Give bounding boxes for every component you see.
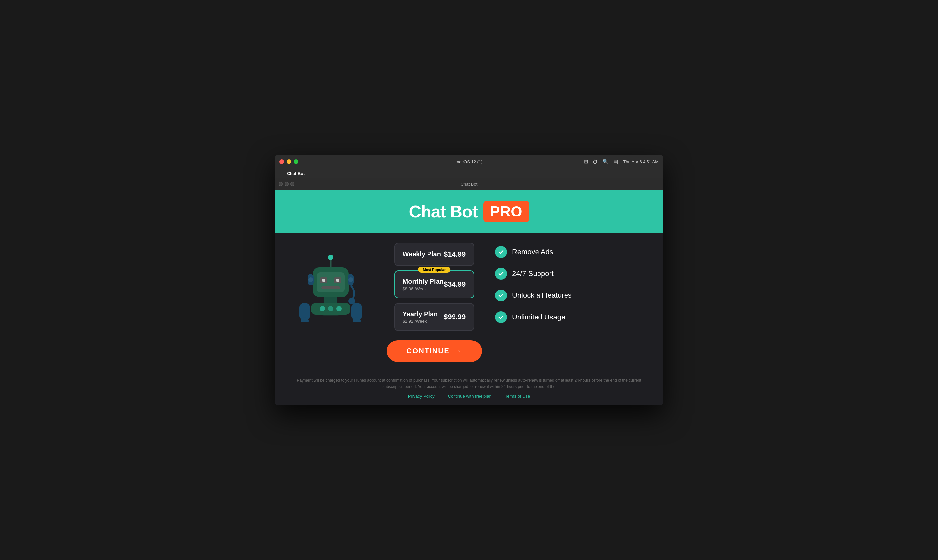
notification-icon[interactable]: ▤	[613, 158, 618, 165]
menubar-right: ⊞ ⏱ 🔍 ▤ Thu Apr 6 4:51 AM	[584, 158, 659, 165]
yearly-plan-subprice: $1.92 /Week	[403, 319, 438, 324]
hero-app-title: Chat Bot	[409, 202, 478, 222]
feature-label-remove-ads: Remove Ads	[512, 248, 553, 256]
most-popular-badge: Most Popular	[418, 267, 450, 273]
continue-arrow-icon: →	[454, 347, 462, 355]
monthly-plan-info: Monthly Plan $8.06 /Week	[403, 278, 444, 291]
weekly-plan-card[interactable]: Weekly Plan $14.99	[394, 243, 475, 266]
svg-point-14	[336, 306, 341, 311]
svg-point-8	[336, 279, 339, 282]
plans-list: Weekly Plan $14.99 Most Popular Monthly …	[394, 243, 475, 331]
maximize-button[interactable]	[294, 159, 298, 164]
feature-remove-ads: Remove Ads	[495, 246, 587, 258]
inner-titlebar: Chat Bot	[275, 178, 663, 190]
svg-point-12	[320, 306, 325, 311]
control-center-icon: ⊞	[584, 158, 588, 165]
terms-of-use-link[interactable]: Terms of Use	[505, 394, 530, 399]
check-icon-support	[495, 268, 507, 280]
inner-window-controls	[279, 182, 295, 186]
footer-area: Payment will be charged to your iTunes a…	[275, 372, 663, 405]
datetime: Thu Apr 6 4:51 AM	[623, 159, 659, 164]
inner-window-title: Chat Bot	[461, 182, 478, 186]
yearly-plan-info: Yearly Plan $1.92 /Week	[403, 310, 438, 324]
features-area: Remove Ads 24/7 Support	[495, 243, 587, 333]
footer-links: Privacy Policy Continue with free plan T…	[295, 394, 643, 399]
yearly-plan-card[interactable]: Yearly Plan $1.92 /Week $99.99	[394, 303, 475, 331]
mascot-area	[288, 243, 373, 322]
pro-badge: PRO	[483, 201, 529, 222]
yearly-plan-name: Yearly Plan	[403, 310, 438, 318]
weekly-plan-price: $14.99	[444, 250, 466, 258]
close-button[interactable]	[279, 159, 284, 164]
minimize-button[interactable]	[287, 159, 291, 164]
os-window: macOS 12 (1) ⊞ ⏱ 🔍 ▤ Thu Apr 6 4:51 AM …	[275, 155, 663, 405]
menu-bar:  Chat Bot	[275, 169, 663, 178]
svg-point-21	[308, 277, 313, 282]
feature-unlimited: Unlimited Usage	[495, 311, 587, 323]
weekly-plan-info: Weekly Plan	[403, 251, 441, 258]
check-icon-remove-ads	[495, 246, 507, 258]
feature-support: 24/7 Support	[495, 268, 587, 280]
continue-button[interactable]: CONTINUE →	[387, 340, 482, 362]
feature-unlock: Unlock all features	[495, 289, 587, 302]
free-plan-link[interactable]: Continue with free plan	[448, 394, 492, 399]
continue-label: CONTINUE	[406, 347, 450, 355]
apple-logo: 	[279, 171, 280, 176]
feature-label-unlimited: Unlimited Usage	[512, 313, 565, 322]
system-icons: ⊞ ⏱ 🔍 ▤	[584, 158, 618, 165]
feature-label-support: 24/7 Support	[512, 269, 554, 278]
inner-maximize[interactable]	[290, 182, 295, 186]
time-machine-icon: ⏱	[593, 159, 598, 165]
inner-close[interactable]	[279, 182, 282, 186]
check-icon-unlimited	[495, 311, 507, 323]
check-icon-unlock	[495, 289, 507, 302]
monthly-plan-name: Monthly Plan	[403, 278, 444, 285]
privacy-policy-link[interactable]: Privacy Policy	[408, 394, 435, 399]
weekly-plan-name: Weekly Plan	[403, 251, 441, 258]
hero-banner: Chat Bot PRO	[275, 190, 663, 233]
monthly-plan-subprice: $8.06 /Week	[403, 286, 444, 291]
main-content: Weekly Plan $14.99 Most Popular Monthly …	[275, 233, 663, 372]
svg-rect-10	[324, 297, 337, 303]
continue-wrapper: CONTINUE →	[387, 331, 482, 362]
robot-mascot	[295, 249, 367, 322]
os-window-title: macOS 12 (1)	[456, 159, 483, 164]
window-controls	[279, 159, 298, 164]
feature-label-unlock: Unlock all features	[512, 291, 572, 300]
svg-rect-9	[321, 286, 340, 289]
svg-point-22	[349, 277, 353, 282]
svg-point-23	[349, 298, 355, 305]
monthly-plan-card[interactable]: Most Popular Monthly Plan $8.06 /Week $3…	[394, 271, 475, 298]
plans-section: Weekly Plan $14.99 Most Popular Monthly …	[387, 243, 482, 362]
footer-disclaimer: Payment will be charged to your iTunes a…	[295, 372, 643, 394]
app-window: Chat Bot Chat Bot PRO	[275, 178, 663, 405]
outer-titlebar: macOS 12 (1) ⊞ ⏱ 🔍 ▤ Thu Apr 6 4:51 AM	[275, 155, 663, 169]
svg-point-13	[328, 306, 333, 311]
svg-point-7	[322, 279, 326, 282]
monthly-plan-price: $34.99	[444, 280, 466, 289]
yearly-plan-price: $99.99	[444, 312, 466, 321]
search-icon[interactable]: 🔍	[602, 158, 609, 165]
app-name-menu: Chat Bot	[287, 171, 305, 176]
svg-point-2	[328, 255, 333, 260]
inner-minimize[interactable]	[285, 182, 288, 186]
